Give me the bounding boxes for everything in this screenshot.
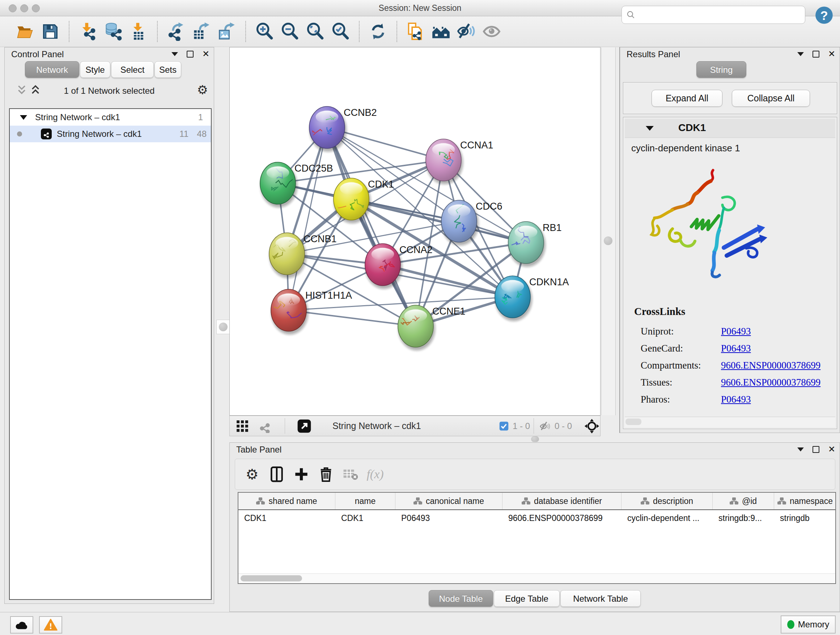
- tab-network-table[interactable]: Network Table: [561, 590, 641, 607]
- string-home-button[interactable]: [431, 20, 452, 43]
- collapse-all-button[interactable]: Collapse All: [732, 90, 810, 107]
- close-panel-icon[interactable]: ✕: [202, 50, 210, 57]
- column-label: @id: [742, 496, 757, 506]
- zoom-selected-button[interactable]: [330, 20, 351, 43]
- column-header-shared-name[interactable]: shared name: [238, 493, 335, 509]
- panel-menu-icon[interactable]: [172, 52, 178, 56]
- zoom-fit-button[interactable]: [305, 20, 325, 43]
- protein-section-header[interactable]: CDK1: [625, 119, 835, 138]
- control-panel-tabs: Network Style Select Sets: [25, 61, 182, 78]
- save-session-button[interactable]: [40, 20, 61, 43]
- column-header-database-identifier[interactable]: database identifier: [502, 493, 622, 509]
- tree-expand-icon[interactable]: [20, 115, 27, 120]
- tab-edge-table[interactable]: Edge Table: [494, 590, 560, 607]
- panel-menu-icon[interactable]: [797, 448, 804, 451]
- crosslink-link[interactable]: P06493: [721, 343, 751, 354]
- table-options-button[interactable]: ⚙: [242, 463, 262, 485]
- crosslink-link[interactable]: P06493: [721, 394, 751, 405]
- table-horizontal-scrollbar[interactable]: [238, 573, 835, 583]
- horizontal-splitter[interactable]: [229, 436, 840, 442]
- hide-selected-button[interactable]: [456, 20, 477, 43]
- right-splitter-grip[interactable]: [602, 233, 615, 248]
- close-panel-icon[interactable]: ✕: [828, 50, 835, 57]
- results-scrollbar[interactable]: [625, 417, 835, 427]
- table-cell[interactable]: P06493: [395, 510, 502, 526]
- table-cell[interactable]: CDK1: [238, 510, 335, 526]
- show-all-hidden-button[interactable]: [481, 20, 502, 43]
- network-share-button[interactable]: [258, 416, 272, 436]
- crosslink-row: Uniprot:P06493: [641, 323, 829, 340]
- create-column-button[interactable]: [292, 463, 311, 485]
- table-cell[interactable]: cyclin-dependent ...: [622, 510, 713, 526]
- network-options-gear-icon[interactable]: ⚙: [197, 84, 208, 96]
- search-input[interactable]: [639, 10, 801, 20]
- table-cell[interactable]: stringdb: [774, 510, 836, 526]
- table-cell[interactable]: 9606.ENSP00000378699: [502, 510, 622, 526]
- show-columns-button[interactable]: [267, 463, 286, 485]
- help-button[interactable]: ?: [815, 6, 834, 25]
- network-node-CDC25B[interactable]: CDC25B: [260, 162, 333, 207]
- refresh-view-button[interactable]: [368, 20, 388, 43]
- network-node-CDC6[interactable]: CDC6: [441, 200, 502, 245]
- delete-column-button[interactable]: [316, 463, 336, 485]
- open-file-button[interactable]: [14, 20, 35, 43]
- network-node-CCNA1[interactable]: CCNA1: [426, 139, 493, 184]
- table-cell[interactable]: stringdb:9...: [713, 510, 774, 526]
- network-node-HIST1H1A[interactable]: HIST1H1A: [271, 289, 352, 334]
- open-in-window-button[interactable]: [297, 416, 311, 436]
- export-image-button[interactable]: [216, 20, 237, 43]
- panel-menu-icon[interactable]: [797, 52, 804, 56]
- birdseye-view-button[interactable]: [235, 416, 249, 436]
- function-builder-button[interactable]: f(x): [365, 463, 385, 485]
- network-collection-row[interactable]: String Network – cdk1 1: [10, 109, 211, 126]
- zoom-in-button[interactable]: [254, 20, 275, 43]
- selected-nodes-indicator[interactable]: 1 - 0: [499, 416, 530, 436]
- column-header-name[interactable]: name: [335, 493, 395, 509]
- float-panel-icon[interactable]: [813, 51, 819, 57]
- import-network-database-button[interactable]: [103, 20, 124, 43]
- import-table-file-button[interactable]: [128, 20, 149, 43]
- expand-all-button[interactable]: Expand All: [652, 90, 722, 107]
- crosslink-link[interactable]: 9606.ENSP00000378699: [721, 360, 821, 371]
- crosslink-link[interactable]: P06493: [721, 326, 751, 337]
- hidden-nodes-indicator[interactable]: 0 - 0: [539, 416, 572, 436]
- tab-string[interactable]: String: [696, 61, 746, 78]
- duplicate-network-button[interactable]: [405, 20, 426, 43]
- close-panel-icon[interactable]: ✕: [828, 446, 835, 453]
- network-node-CCNB2[interactable]: CCNB2: [309, 106, 377, 152]
- column-header-namespace[interactable]: namespace: [774, 493, 836, 509]
- network-canvas[interactable]: CCNB2 CCNA1 CDC25B CDK1 CDC6: [229, 47, 600, 416]
- column-header-description[interactable]: description: [622, 493, 713, 509]
- tab-network[interactable]: Network: [25, 61, 79, 78]
- network-node-RB1[interactable]: RB1: [508, 222, 562, 267]
- fit-selected-button[interactable]: [584, 416, 600, 436]
- network-row[interactable]: String Network – cdk1 11 48: [10, 126, 211, 142]
- tab-select[interactable]: Select: [111, 61, 154, 78]
- network-node-CCNE1[interactable]: CCNE1: [395, 305, 466, 350]
- network-node-CDKN1A[interactable]: CDKN1A: [495, 276, 569, 321]
- float-panel-icon[interactable]: [813, 446, 819, 453]
- network-edge-CCNB2-HIST1H1A[interactable]: [289, 127, 327, 310]
- delete-table-button[interactable]: [341, 463, 360, 485]
- column-header--id[interactable]: @id: [713, 493, 774, 509]
- float-panel-icon[interactable]: [187, 51, 194, 57]
- tab-style[interactable]: Style: [80, 61, 111, 78]
- network-right-scrollbar[interactable]: [601, 48, 616, 415]
- export-table-button[interactable]: [191, 20, 212, 43]
- table-row[interactable]: CDK1CDK1P064939606.ENSP00000378699cyclin…: [238, 510, 835, 526]
- column-header-canonical-name[interactable]: canonical name: [395, 493, 502, 509]
- search-box[interactable]: [622, 6, 805, 24]
- tab-sets[interactable]: Sets: [155, 61, 181, 78]
- import-network-file-button[interactable]: [77, 20, 98, 43]
- table-cell[interactable]: CDK1: [335, 510, 395, 526]
- tab-node-table[interactable]: Node Table: [429, 590, 493, 607]
- export-network-button[interactable]: [166, 20, 187, 43]
- memory-button[interactable]: Memory: [781, 616, 836, 633]
- section-collapse-icon[interactable]: [646, 126, 654, 131]
- zoom-out-button[interactable]: [279, 20, 300, 43]
- warnings-button[interactable]: [39, 616, 62, 633]
- left-splitter-grip[interactable]: [216, 320, 230, 334]
- network-node-CDK1[interactable]: CDK1: [332, 178, 394, 223]
- cloud-status-button[interactable]: [10, 616, 33, 633]
- crosslink-link[interactable]: 9606.ENSP00000378699: [721, 377, 821, 388]
